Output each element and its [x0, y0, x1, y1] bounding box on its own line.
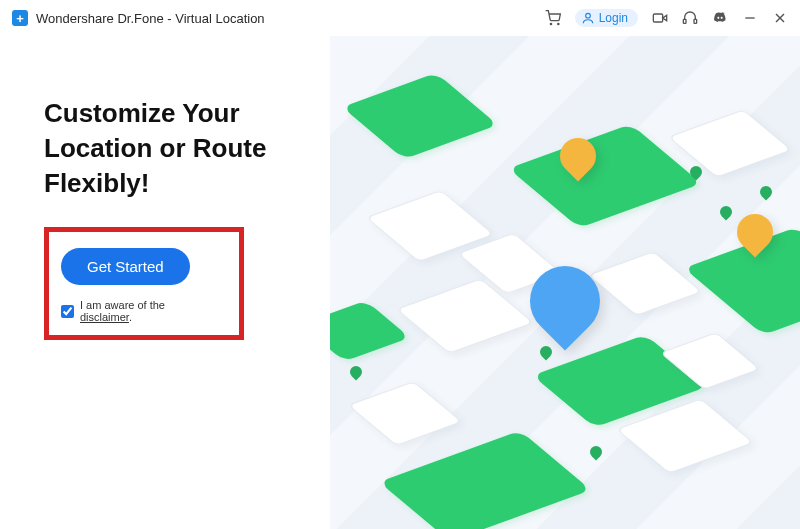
- svg-point-0: [550, 23, 551, 24]
- disclaimer-checkbox[interactable]: [61, 305, 74, 318]
- login-button[interactable]: Login: [575, 9, 638, 27]
- titlebar-right: Login: [545, 9, 788, 27]
- building-shape: [588, 251, 702, 316]
- left-panel: Customize Your Location or Route Flexibl…: [0, 36, 330, 529]
- get-started-button[interactable]: Get Started: [61, 248, 190, 285]
- illustration-panel: [330, 36, 800, 529]
- svg-rect-6: [694, 19, 697, 23]
- tree-shape: [538, 344, 555, 361]
- cart-icon[interactable]: [545, 10, 561, 26]
- minimize-icon[interactable]: [742, 10, 758, 26]
- disclaimer-prefix: I am aware of the: [80, 299, 165, 311]
- tree-shape: [718, 204, 735, 221]
- headline-line1: Customize Your: [44, 98, 240, 128]
- headline-line2: Location or Route: [44, 133, 266, 163]
- titlebar-left: Wondershare Dr.Fone - Virtual Location: [12, 10, 265, 26]
- svg-point-2: [585, 13, 590, 18]
- close-icon[interactable]: [772, 10, 788, 26]
- tree-shape: [758, 184, 775, 201]
- app-title: Wondershare Dr.Fone - Virtual Location: [36, 11, 265, 26]
- tree-shape: [348, 364, 365, 381]
- disclaimer-text: I am aware of the disclaimer.: [80, 299, 217, 323]
- user-icon: [581, 11, 595, 25]
- svg-rect-5: [683, 19, 686, 23]
- svg-point-1: [557, 23, 558, 24]
- svg-rect-3: [653, 14, 662, 22]
- building-shape: [348, 381, 462, 446]
- disclaimer-row[interactable]: I am aware of the disclaimer.: [61, 299, 217, 323]
- discord-icon[interactable]: [712, 10, 728, 26]
- login-label: Login: [599, 11, 628, 25]
- park-shape: [379, 431, 591, 529]
- isometric-map: [330, 36, 800, 529]
- park-shape: [342, 73, 498, 159]
- building-shape: [668, 109, 792, 177]
- headline-line3: Flexibly!: [44, 168, 149, 198]
- titlebar: Wondershare Dr.Fone - Virtual Location L…: [0, 0, 800, 36]
- headset-icon[interactable]: [682, 10, 698, 26]
- video-icon[interactable]: [652, 10, 668, 26]
- main-content: Customize Your Location or Route Flexibl…: [0, 36, 800, 529]
- cta-highlight-box: Get Started I am aware of the disclaimer…: [44, 227, 244, 340]
- app-icon: [12, 10, 28, 26]
- tree-shape: [588, 444, 605, 461]
- disclaimer-suffix: .: [129, 311, 132, 323]
- disclaimer-link[interactable]: disclaimer: [80, 311, 129, 323]
- headline: Customize Your Location or Route Flexibl…: [44, 96, 330, 201]
